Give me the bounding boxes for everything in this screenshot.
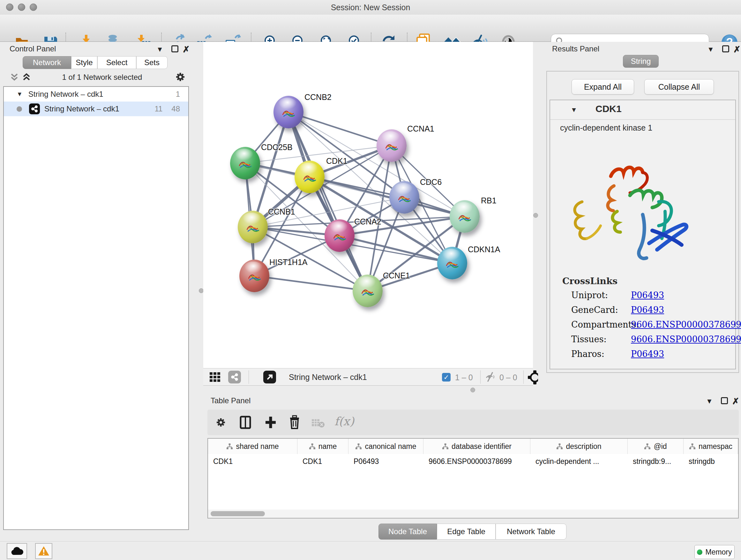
node-CCNE1[interactable] [353, 274, 383, 307]
results-panel: Results Panel ▼ ✗ String Expand All Coll… [538, 42, 741, 394]
warning-icon [38, 546, 50, 556]
panel-dropdown-icon[interactable]: ▼ [156, 45, 163, 54]
expand-all-label: Expand All [584, 82, 622, 91]
tab-select[interactable]: Select [97, 56, 136, 69]
tab-sets[interactable]: Sets [136, 56, 167, 69]
column-header-database-identifier[interactable]: database identifier [423, 439, 530, 454]
collapse-triangle-icon[interactable]: ▼ [17, 91, 23, 98]
column-header-name[interactable]: name [297, 439, 348, 454]
tab-network-table[interactable]: Network Table [495, 523, 566, 540]
crosslink-label: Tissues: [571, 334, 607, 344]
column-header--id[interactable]: @id [628, 439, 684, 454]
panel-close-icon[interactable]: ✗ [183, 44, 190, 55]
table-cell[interactable]: CDK1 [297, 454, 348, 469]
panel-float-icon[interactable] [172, 45, 179, 52]
tab-network[interactable]: Network [23, 56, 71, 69]
hidden-eye-icon[interactable] [485, 372, 497, 384]
window-title: Session: New Session [0, 3, 741, 12]
column-header-canonical-name[interactable]: canonical name [348, 439, 423, 454]
tab-style[interactable]: Style [71, 56, 97, 69]
network-selected-status: 1 of 1 Network selected [38, 73, 166, 82]
share-view-icon[interactable] [228, 371, 241, 383]
horizontal-splitter-handle[interactable] [470, 388, 475, 392]
node-HIST1H1A[interactable] [239, 260, 269, 292]
delete-table-icon[interactable] [311, 418, 325, 429]
node-label-CDKN1A: CDKN1A [468, 245, 500, 254]
grid-icon[interactable] [209, 371, 221, 384]
panel-dropdown-icon[interactable]: ▼ [706, 397, 713, 406]
function-builder-icon[interactable]: f(x) [334, 415, 354, 428]
node-CCNB1[interactable] [238, 211, 268, 243]
node-CCNB2[interactable] [273, 96, 304, 128]
gear-icon[interactable] [174, 71, 187, 84]
memory-button[interactable]: Memory [694, 545, 735, 559]
network-status-dot [17, 106, 22, 112]
node-CDC6[interactable] [389, 181, 419, 213]
splitter-handle[interactable] [199, 288, 204, 293]
collapse-all-button[interactable]: Collapse All [644, 79, 714, 95]
splitter-handle[interactable] [533, 213, 538, 218]
table-cell[interactable]: cyclin-dependent ... [530, 454, 628, 469]
network-collection-row[interactable]: ▼ String Network – cdk1 1 [4, 87, 188, 102]
column-header-namespac[interactable]: namespac [684, 439, 738, 454]
crosslink-link[interactable]: P06493 [631, 305, 664, 315]
vertical-splitter-right[interactable] [533, 42, 538, 394]
crosslink-link[interactable]: P06493 [631, 349, 664, 359]
table-cell[interactable]: CDK1 [208, 454, 297, 469]
node-label-RB1: RB1 [481, 196, 496, 205]
collapse-all-networks-icon[interactable] [10, 72, 19, 84]
node-CDKN1A[interactable] [437, 247, 467, 279]
network-row[interactable]: String Network – cdk1 11 48 [4, 102, 188, 116]
tab-style-label: Style [76, 58, 92, 67]
crosslink-label: GeneCard: [571, 305, 618, 315]
crosslink-link[interactable]: 9606.ENSP00000378699 [631, 320, 741, 329]
node-CDC25B[interactable] [230, 147, 260, 179]
hscrollbar-thumb[interactable] [211, 511, 265, 516]
table-cell[interactable]: stringdb [684, 454, 738, 469]
table-cell[interactable]: stringdb:9... [628, 454, 684, 469]
tab-edge-table[interactable]: Edge Table [437, 523, 495, 540]
gene-collapse-icon[interactable]: ▼ [570, 106, 577, 114]
panel-float-icon[interactable] [722, 45, 729, 52]
table-cell[interactable]: 9606.ENSP00000378699 [423, 454, 530, 469]
column-header-shared-name[interactable]: shared name [208, 439, 297, 454]
vertical-splitter[interactable] [199, 42, 203, 541]
expand-all-button[interactable]: Expand All [571, 79, 634, 95]
table-hscrollbar[interactable] [208, 509, 738, 518]
panel-close-icon[interactable]: ✗ [733, 44, 741, 55]
panel-dropdown-icon[interactable]: ▼ [707, 45, 714, 54]
table-cell[interactable]: P06493 [348, 454, 423, 469]
toolbar-separator [249, 370, 249, 384]
network-collection-label: String Network – cdk1 [28, 90, 104, 99]
open-in-new-icon[interactable] [263, 371, 276, 383]
gear-icon[interactable] [214, 416, 227, 430]
tab-string[interactable]: String [623, 55, 659, 68]
node-label-CCNB1: CCNB1 [268, 207, 295, 216]
node-CCNA1[interactable] [377, 129, 407, 162]
gene-name: CDK1 [596, 104, 622, 114]
add-column-icon[interactable] [264, 415, 277, 431]
node-RB1[interactable] [450, 200, 480, 233]
collapse-all-label: Collapse All [658, 82, 700, 91]
cloud-button[interactable] [7, 543, 27, 559]
crosslink-label: Pharos: [571, 349, 604, 359]
toolbar-separator [480, 370, 481, 384]
columns-icon[interactable] [239, 415, 252, 431]
panel-float-icon[interactable] [721, 397, 728, 404]
panel-close-icon[interactable]: ✗ [732, 396, 739, 407]
expand-all-networks-icon[interactable] [22, 72, 31, 84]
node-CCNA2[interactable] [325, 219, 354, 252]
node-CDK1[interactable] [294, 161, 325, 193]
network-canvas[interactable]: CCNB2CCNA1CDC25BCDK1CDC6RB1CCNB1CCNA2CDK… [203, 42, 533, 368]
tab-network-table-label: Network Table [507, 527, 555, 536]
selected-checkbox-icon[interactable]: ✓ [442, 373, 451, 381]
crosslink-link[interactable]: P06493 [631, 290, 664, 300]
trash-icon[interactable] [288, 415, 301, 431]
crosslink-link[interactable]: 9606.ENSP00000378699 [631, 334, 741, 344]
warning-button[interactable] [35, 543, 52, 559]
toolbar-separator [523, 370, 524, 384]
node-label-CCNA1: CCNA1 [407, 124, 434, 133]
column-header-description[interactable]: description [530, 439, 628, 454]
crosslink-row: Compartments:9606.ENSP00000378699 [550, 320, 735, 334]
tab-node-table[interactable]: Node Table [379, 523, 437, 540]
